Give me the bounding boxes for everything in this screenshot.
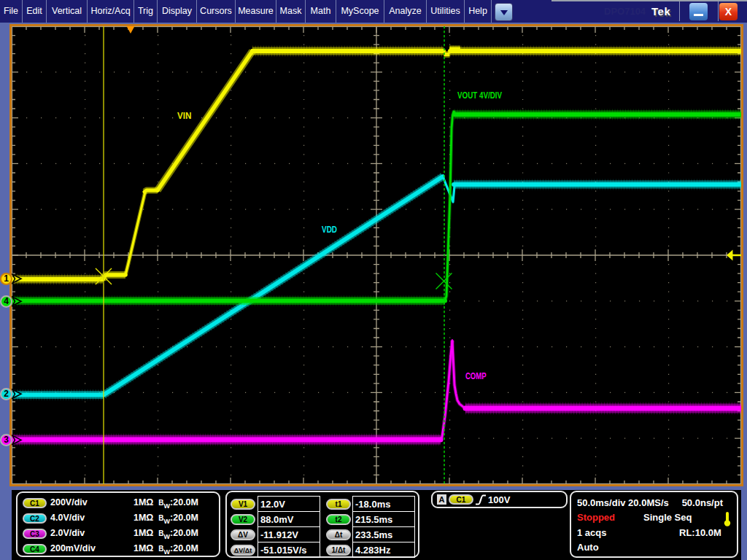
svg-text:VIN: VIN bbox=[177, 111, 192, 121]
svg-text:VOUT 4V/DIV: VOUT 4V/DIV bbox=[457, 90, 502, 101]
svg-text:VDD: VDD bbox=[322, 225, 337, 235]
svg-text:COMP: COMP bbox=[465, 371, 487, 381]
